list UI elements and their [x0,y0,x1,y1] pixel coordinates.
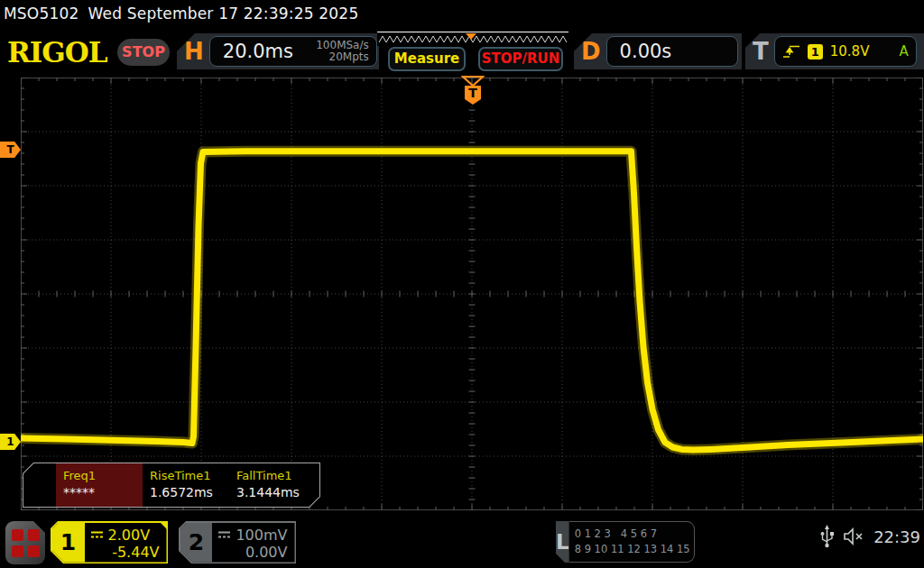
trigger-settings-block[interactable]: T 1 10.8V A [745,33,924,69]
datetime: Wed September 17 22:39:25 2025 [88,5,359,23]
horizontal-settings-block[interactable]: H 20.0ms 100MSa/s20Mpts [177,33,379,69]
titlebar: MSO5102Wed September 17 22:39:25 2025 [0,0,924,29]
oscilloscope-screen: MSO5102Wed September 17 22:39:25 2025 RI… [0,0,924,568]
digital-label: L [556,521,569,563]
measurement-item-risetime[interactable]: RiseTime1 1.6572ms [143,463,229,507]
channel2-offset: 0.00V [217,544,287,561]
overview-zigzag [377,32,568,46]
status-icons: 22:39 [820,525,920,548]
measurement-spacer [23,463,56,507]
trigger-source-badge: 1 [808,44,823,60]
dc-coupling-icon [217,530,231,539]
rising-edge-icon [782,43,800,60]
model-name: MSO5102 [4,5,79,23]
speaker-muted-icon[interactable] [843,527,864,545]
timebase-value: 20.0ms [223,41,293,62]
grid-icon [12,529,40,557]
trigger-level-marker[interactable]: T [0,142,21,158]
sample-rate: 100MSa/s20Mpts [316,40,369,63]
trigger-panel[interactable]: 1 10.8V A [774,36,917,67]
graticule-grid [21,78,923,510]
header-bar: RIGOL STOP H 20.0ms 100MSa/s20Mpts Measu… [0,31,924,72]
channel2-badge[interactable]: 2 100mV 0.00V [179,521,296,563]
usb-icon[interactable] [820,525,834,548]
stop-run-button[interactable]: STOP/RUN [478,47,563,71]
channel2-scale: 100mV [236,527,287,544]
measurement-panel[interactable]: Freq1 ***** RiseTime1 1.6572ms FallTime1… [23,463,320,508]
clock: 22:39 [873,527,920,546]
channel1-position-marker[interactable]: 1 [0,434,21,450]
svg-text:T: T [468,86,477,100]
delay-panel[interactable]: 0.00s [606,36,738,67]
trigger-label: T [745,38,774,65]
channel1-scale: 2.00V [108,527,151,544]
trigger-position-marker[interactable]: T [461,75,485,105]
timebase-panel[interactable]: 20.0ms 100MSa/s20Mpts [209,36,377,67]
delay-value: 0.00s [620,41,672,62]
rigol-logo: RIGOL [7,36,107,69]
ch1-trace [21,151,923,450]
measurement-item-freq[interactable]: Freq1 ***** [56,463,143,507]
channel1-values: 2.00V -5.44V [85,523,167,563]
delay-label: D [574,38,606,65]
ch1-trace-glow [21,151,923,450]
channel2-values: 100mV 0.00V [212,523,294,563]
horizontal-label: H [177,38,209,65]
digital-channels-badge[interactable]: L 0 1 2 3 4 5 6 78 9 10 11 12 13 14 15 [556,521,675,563]
channel1-badge[interactable]: 1 2.00V -5.44V [51,521,168,563]
measurement-panel-inner: Freq1 ***** RiseTime1 1.6572ms FallTime1… [23,463,319,507]
channel1-offset: -5.44V [90,544,160,561]
channel2-badge-inner: 2 100mV 0.00V [180,523,295,563]
channel1-badge-inner: 1 2.00V -5.44V [52,523,167,563]
graticule-area [21,78,923,510]
trigger-sweep-mode: A [899,43,908,60]
trigger-level-value: 10.8V [830,43,870,60]
waveform-overview-strip[interactable] [377,32,568,46]
channel-menu-button[interactable] [5,521,45,564]
dc-coupling-icon [90,530,104,539]
measure-button[interactable]: Measure [388,47,466,71]
digital-channel-list: 0 1 2 3 4 5 6 78 9 10 11 12 13 14 15 [569,521,695,563]
acquisition-status-badge: STOP [117,39,170,66]
measurement-item-falltime[interactable]: FallTime1 3.1444ms [229,463,316,507]
delay-settings-block[interactable]: D 0.00s [574,33,742,69]
